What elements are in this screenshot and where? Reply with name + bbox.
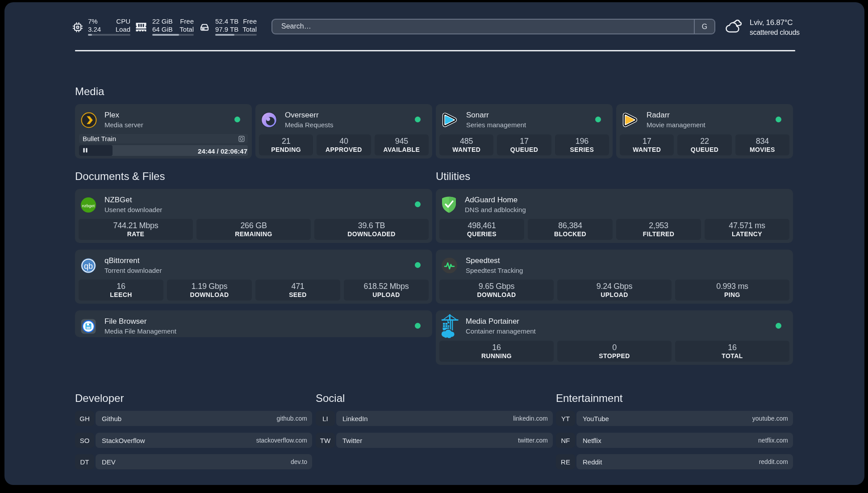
svg-text:qb: qb xyxy=(84,261,93,270)
svg-text:nzbget: nzbget xyxy=(82,203,95,208)
